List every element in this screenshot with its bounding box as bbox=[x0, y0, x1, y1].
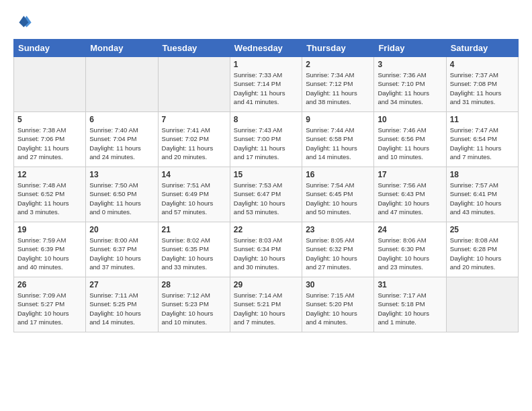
logo bbox=[13, 12, 35, 31]
weekday-header-saturday: Saturday bbox=[446, 40, 518, 57]
cell-info: Sunrise: 7:38 AM Sunset: 7:06 PM Dayligh… bbox=[17, 126, 82, 161]
calendar-cell: 10Sunrise: 7:46 AM Sunset: 6:56 PM Dayli… bbox=[374, 112, 446, 167]
day-number: 3 bbox=[378, 60, 442, 69]
calendar-cell: 5Sunrise: 7:38 AM Sunset: 7:06 PM Daylig… bbox=[14, 112, 86, 167]
calendar-cell: 22Sunrise: 8:03 AM Sunset: 6:34 PM Dayli… bbox=[230, 222, 302, 277]
calendar-cell: 8Sunrise: 7:43 AM Sunset: 7:00 PM Daylig… bbox=[230, 112, 302, 167]
cell-info: Sunrise: 7:41 AM Sunset: 7:02 PM Dayligh… bbox=[162, 126, 226, 161]
calendar-cell: 27Sunrise: 7:11 AM Sunset: 5:25 PM Dayli… bbox=[86, 277, 158, 332]
day-number: 6 bbox=[89, 115, 154, 124]
calendar-cell: 21Sunrise: 8:02 AM Sunset: 6:35 PM Dayli… bbox=[158, 222, 230, 277]
cell-info: Sunrise: 8:00 AM Sunset: 6:37 PM Dayligh… bbox=[89, 236, 154, 271]
day-number: 29 bbox=[234, 280, 298, 289]
cell-info: Sunrise: 7:57 AM Sunset: 6:41 PM Dayligh… bbox=[450, 181, 515, 216]
day-number: 13 bbox=[89, 170, 154, 179]
day-number: 2 bbox=[306, 60, 370, 69]
calendar-cell: 16Sunrise: 7:54 AM Sunset: 6:45 PM Dayli… bbox=[302, 167, 374, 222]
cell-info: Sunrise: 8:05 AM Sunset: 6:32 PM Dayligh… bbox=[306, 236, 370, 271]
calendar-cell bbox=[158, 57, 230, 112]
calendar-cell: 28Sunrise: 7:12 AM Sunset: 5:23 PM Dayli… bbox=[158, 277, 230, 332]
week-row-5: 26Sunrise: 7:09 AM Sunset: 5:27 PM Dayli… bbox=[14, 277, 519, 332]
calendar-cell: 26Sunrise: 7:09 AM Sunset: 5:27 PM Dayli… bbox=[14, 277, 86, 332]
day-number: 7 bbox=[162, 115, 226, 124]
cell-info: Sunrise: 7:50 AM Sunset: 6:50 PM Dayligh… bbox=[89, 181, 154, 216]
calendar-cell: 12Sunrise: 7:48 AM Sunset: 6:52 PM Dayli… bbox=[14, 167, 86, 222]
calendar-cell: 18Sunrise: 7:57 AM Sunset: 6:41 PM Dayli… bbox=[446, 167, 518, 222]
header bbox=[13, 12, 519, 31]
weekday-header-tuesday: Tuesday bbox=[158, 40, 230, 57]
calendar-cell: 29Sunrise: 7:14 AM Sunset: 5:21 PM Dayli… bbox=[230, 277, 302, 332]
calendar-cell: 2Sunrise: 7:34 AM Sunset: 7:12 PM Daylig… bbox=[302, 57, 374, 112]
day-number: 4 bbox=[450, 60, 515, 69]
calendar-cell: 20Sunrise: 8:00 AM Sunset: 6:37 PM Dayli… bbox=[86, 222, 158, 277]
cell-info: Sunrise: 7:37 AM Sunset: 7:08 PM Dayligh… bbox=[450, 71, 515, 106]
cell-info: Sunrise: 7:48 AM Sunset: 6:52 PM Dayligh… bbox=[17, 181, 82, 216]
day-number: 31 bbox=[378, 280, 442, 289]
day-number: 23 bbox=[306, 225, 370, 234]
calendar-cell: 3Sunrise: 7:36 AM Sunset: 7:10 PM Daylig… bbox=[374, 57, 446, 112]
cell-info: Sunrise: 7:51 AM Sunset: 6:49 PM Dayligh… bbox=[162, 181, 226, 216]
day-number: 12 bbox=[17, 170, 82, 179]
calendar-cell: 11Sunrise: 7:47 AM Sunset: 6:54 PM Dayli… bbox=[446, 112, 518, 167]
calendar-cell bbox=[14, 57, 86, 112]
day-number: 20 bbox=[89, 225, 154, 234]
cell-info: Sunrise: 7:53 AM Sunset: 6:47 PM Dayligh… bbox=[234, 181, 298, 216]
day-number: 25 bbox=[450, 225, 515, 234]
week-row-1: 1Sunrise: 7:33 AM Sunset: 7:14 PM Daylig… bbox=[14, 57, 519, 112]
cell-info: Sunrise: 7:56 AM Sunset: 6:43 PM Dayligh… bbox=[378, 181, 442, 216]
day-number: 10 bbox=[378, 115, 442, 124]
day-number: 18 bbox=[450, 170, 515, 179]
week-row-3: 12Sunrise: 7:48 AM Sunset: 6:52 PM Dayli… bbox=[14, 167, 519, 222]
week-row-2: 5Sunrise: 7:38 AM Sunset: 7:06 PM Daylig… bbox=[14, 112, 519, 167]
cell-info: Sunrise: 7:54 AM Sunset: 6:45 PM Dayligh… bbox=[306, 181, 370, 216]
day-number: 15 bbox=[234, 170, 298, 179]
calendar-cell bbox=[446, 277, 518, 332]
logo-icon bbox=[13, 12, 32, 31]
cell-info: Sunrise: 8:08 AM Sunset: 6:28 PM Dayligh… bbox=[450, 236, 515, 271]
day-number: 28 bbox=[162, 280, 226, 289]
day-number: 27 bbox=[89, 280, 154, 289]
page: SundayMondayTuesdayWednesdayThursdayFrid… bbox=[0, 0, 532, 339]
day-number: 24 bbox=[378, 225, 442, 234]
calendar-cell: 13Sunrise: 7:50 AM Sunset: 6:50 PM Dayli… bbox=[86, 167, 158, 222]
calendar-cell: 15Sunrise: 7:53 AM Sunset: 6:47 PM Dayli… bbox=[230, 167, 302, 222]
weekday-header-friday: Friday bbox=[374, 40, 446, 57]
day-number: 5 bbox=[17, 115, 82, 124]
cell-info: Sunrise: 7:44 AM Sunset: 6:58 PM Dayligh… bbox=[306, 126, 370, 161]
calendar-cell: 9Sunrise: 7:44 AM Sunset: 6:58 PM Daylig… bbox=[302, 112, 374, 167]
weekday-header-thursday: Thursday bbox=[302, 40, 374, 57]
calendar-cell bbox=[86, 57, 158, 112]
cell-info: Sunrise: 7:17 AM Sunset: 5:18 PM Dayligh… bbox=[378, 291, 442, 326]
calendar-cell: 30Sunrise: 7:15 AM Sunset: 5:20 PM Dayli… bbox=[302, 277, 374, 332]
cell-info: Sunrise: 7:36 AM Sunset: 7:10 PM Dayligh… bbox=[378, 71, 442, 106]
day-number: 19 bbox=[17, 225, 82, 234]
day-number: 1 bbox=[234, 60, 298, 69]
cell-info: Sunrise: 7:12 AM Sunset: 5:23 PM Dayligh… bbox=[162, 291, 226, 326]
day-number: 17 bbox=[378, 170, 442, 179]
week-row-4: 19Sunrise: 7:59 AM Sunset: 6:39 PM Dayli… bbox=[14, 222, 519, 277]
weekday-header-sunday: Sunday bbox=[14, 40, 86, 57]
cell-info: Sunrise: 7:59 AM Sunset: 6:39 PM Dayligh… bbox=[17, 236, 82, 271]
cell-info: Sunrise: 7:47 AM Sunset: 6:54 PM Dayligh… bbox=[450, 126, 515, 161]
weekday-header-wednesday: Wednesday bbox=[230, 40, 302, 57]
day-number: 9 bbox=[306, 115, 370, 124]
cell-info: Sunrise: 7:09 AM Sunset: 5:27 PM Dayligh… bbox=[17, 291, 82, 326]
cell-info: Sunrise: 7:40 AM Sunset: 7:04 PM Dayligh… bbox=[89, 126, 154, 161]
calendar-cell: 14Sunrise: 7:51 AM Sunset: 6:49 PM Dayli… bbox=[158, 167, 230, 222]
calendar-cell: 17Sunrise: 7:56 AM Sunset: 6:43 PM Dayli… bbox=[374, 167, 446, 222]
calendar-cell: 25Sunrise: 8:08 AM Sunset: 6:28 PM Dayli… bbox=[446, 222, 518, 277]
cell-info: Sunrise: 7:46 AM Sunset: 6:56 PM Dayligh… bbox=[378, 126, 442, 161]
weekday-header-row: SundayMondayTuesdayWednesdayThursdayFrid… bbox=[14, 40, 519, 57]
cell-info: Sunrise: 7:34 AM Sunset: 7:12 PM Dayligh… bbox=[306, 71, 370, 106]
calendar-cell: 23Sunrise: 8:05 AM Sunset: 6:32 PM Dayli… bbox=[302, 222, 374, 277]
calendar-cell: 31Sunrise: 7:17 AM Sunset: 5:18 PM Dayli… bbox=[374, 277, 446, 332]
weekday-header-monday: Monday bbox=[86, 40, 158, 57]
day-number: 22 bbox=[234, 225, 298, 234]
cell-info: Sunrise: 7:14 AM Sunset: 5:21 PM Dayligh… bbox=[234, 291, 298, 326]
calendar-cell: 4Sunrise: 7:37 AM Sunset: 7:08 PM Daylig… bbox=[446, 57, 518, 112]
cell-info: Sunrise: 8:06 AM Sunset: 6:30 PM Dayligh… bbox=[378, 236, 442, 271]
cell-info: Sunrise: 8:02 AM Sunset: 6:35 PM Dayligh… bbox=[162, 236, 226, 271]
calendar-cell: 1Sunrise: 7:33 AM Sunset: 7:14 PM Daylig… bbox=[230, 57, 302, 112]
day-number: 8 bbox=[234, 115, 298, 124]
calendar: SundayMondayTuesdayWednesdayThursdayFrid… bbox=[13, 39, 519, 332]
